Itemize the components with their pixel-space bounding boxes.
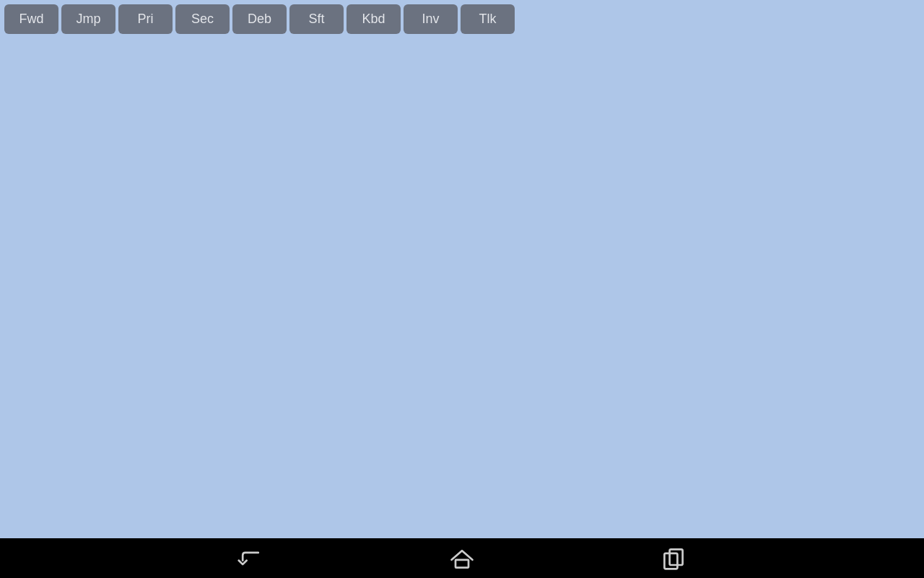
recents-button[interactable]	[661, 545, 687, 571]
main-content: FwdJmpPriSecDebSftKbdInvTlk	[0, 0, 924, 538]
back-button[interactable]	[237, 545, 263, 571]
toolbar-button-tlk[interactable]: Tlk	[461, 4, 515, 34]
toolbar-button-kbd[interactable]: Kbd	[346, 4, 401, 34]
navigation-bar	[0, 538, 924, 578]
svg-rect-0	[456, 559, 468, 567]
home-button[interactable]	[449, 545, 475, 571]
toolbar-button-fwd[interactable]: Fwd	[4, 4, 58, 34]
toolbar-button-sec[interactable]: Sec	[175, 4, 230, 34]
toolbar-button-sft[interactable]: Sft	[289, 4, 344, 34]
toolbar-button-inv[interactable]: Inv	[404, 4, 458, 34]
toolbar: FwdJmpPriSecDebSftKbdInvTlk	[0, 0, 924, 38]
toolbar-button-deb[interactable]: Deb	[232, 4, 287, 34]
svg-rect-2	[665, 553, 678, 569]
content-area	[0, 38, 924, 538]
svg-rect-1	[670, 549, 683, 565]
toolbar-button-jmp[interactable]: Jmp	[61, 4, 116, 34]
toolbar-button-pri[interactable]: Pri	[118, 4, 173, 34]
